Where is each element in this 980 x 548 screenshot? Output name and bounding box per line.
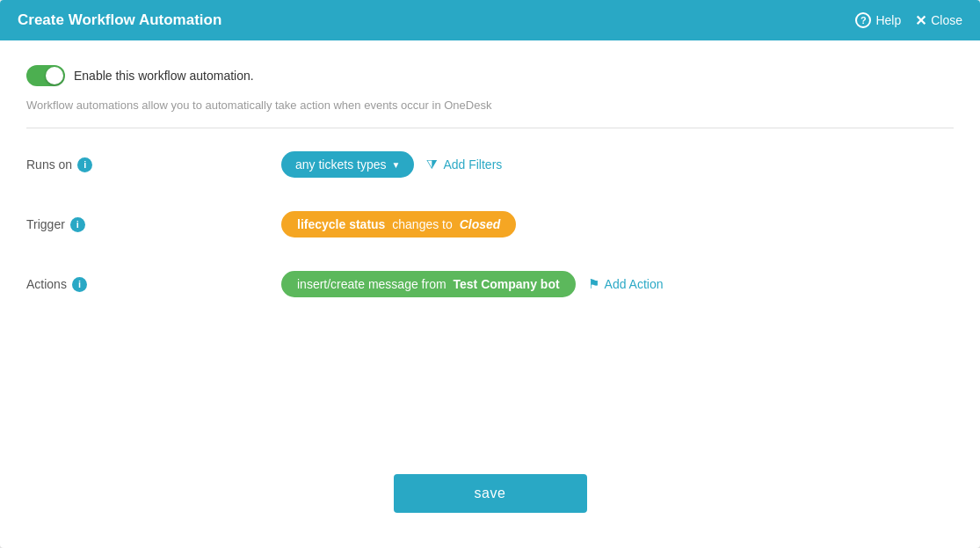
header-bar: Create Workflow Automation ? Help ✕ Clos… xyxy=(0,0,980,40)
runs-on-row: Runs on i any tickets types ▼ ⧩ Add Filt… xyxy=(26,148,954,181)
save-button[interactable]: save xyxy=(394,474,587,513)
filter-icon: ⧩ xyxy=(426,157,438,172)
help-icon: ? xyxy=(855,12,871,28)
content-area: Enable this workflow automation. Workflo… xyxy=(0,40,980,548)
actions-label: Actions xyxy=(26,277,67,291)
close-icon: ✕ xyxy=(915,12,926,29)
toggle-row: Enable this workflow automation. xyxy=(26,65,954,86)
toggle-label: Enable this workflow automation. xyxy=(74,69,254,83)
flag-icon: ⚑ xyxy=(588,276,599,292)
window-title: Create Workflow Automation xyxy=(18,11,221,29)
add-action-label: Add Action xyxy=(605,277,664,291)
help-button[interactable]: ? Help xyxy=(855,12,901,28)
trigger-lifecycle-status: lifecycle status xyxy=(297,217,385,231)
add-filters-label: Add Filters xyxy=(443,157,502,172)
ticket-type-button[interactable]: any tickets types ▼ xyxy=(281,151,414,178)
trigger-changes-to: changes to xyxy=(388,217,455,231)
close-button[interactable]: ✕ Close xyxy=(915,12,962,29)
save-area: save xyxy=(26,474,954,530)
actions-content: insert/create message from Test Company … xyxy=(281,271,664,297)
trigger-closed-value: Closed xyxy=(460,217,501,231)
header-actions: ? Help ✕ Close xyxy=(855,12,962,29)
workflow-automation-window: Create Workflow Automation ? Help ✕ Clos… xyxy=(0,0,980,548)
action-pill[interactable]: insert/create message from Test Company … xyxy=(281,271,576,297)
trigger-pill[interactable]: lifecycle status changes to Closed xyxy=(281,211,516,237)
actions-info-icon[interactable]: i xyxy=(72,277,87,292)
trigger-label: Trigger xyxy=(26,217,65,231)
divider xyxy=(26,128,954,128)
help-label: Help xyxy=(875,13,901,27)
actions-row: Actions i insert/create message from Tes… xyxy=(26,267,954,301)
action-bot-name: Test Company bot xyxy=(450,277,560,291)
action-insert-text: insert/create message from xyxy=(297,277,446,291)
trigger-label-group: Trigger i xyxy=(26,217,105,232)
runs-on-content: any tickets types ▼ ⧩ Add Filters xyxy=(281,151,502,178)
actions-label-group: Actions i xyxy=(26,277,105,292)
runs-on-label-group: Runs on i xyxy=(26,157,105,172)
add-action-button[interactable]: ⚑ Add Action xyxy=(588,276,664,292)
ticket-type-label: any tickets types xyxy=(295,157,387,172)
subtitle-text: Workflow automations allow you to automa… xyxy=(26,99,954,112)
runs-on-info-icon[interactable]: i xyxy=(77,157,92,172)
close-label: Close xyxy=(931,13,962,27)
trigger-row: Trigger i lifecycle status changes to Cl… xyxy=(26,208,954,241)
trigger-content: lifecycle status changes to Closed xyxy=(281,211,516,237)
add-filters-button[interactable]: ⧩ Add Filters xyxy=(426,157,502,172)
trigger-info-icon[interactable]: i xyxy=(70,217,85,232)
runs-on-label: Runs on xyxy=(26,157,72,172)
enable-toggle[interactable] xyxy=(26,65,65,86)
chevron-down-icon: ▼ xyxy=(392,160,401,170)
